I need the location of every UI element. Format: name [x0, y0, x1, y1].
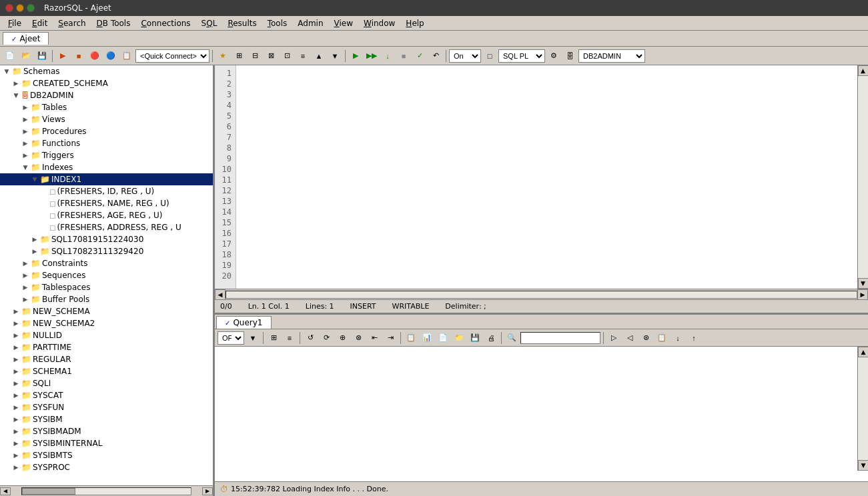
tree-item-new-schema[interactable]: ▶ 📁 NEW_SCHEMA	[0, 305, 213, 317]
run-down-button[interactable]: ↓	[380, 49, 395, 63]
tree-item-views[interactable]: ▶ 📁 Views	[0, 113, 213, 125]
vscroll-down-arrow[interactable]: ▼	[858, 278, 869, 289]
results-tb-btn13[interactable]: 💾	[468, 331, 482, 345]
tree-item-bufferpools[interactable]: ▶ 📁 Buffer Pools	[0, 293, 213, 305]
connect-button[interactable]: ▶	[55, 49, 70, 63]
tb-db-btn[interactable]: 🗄	[562, 49, 577, 63]
results-off-select[interactable]: OFF	[218, 331, 244, 345]
back-button[interactable]: ↶	[428, 49, 443, 63]
tb-sql-1[interactable]: ★	[215, 49, 230, 63]
menu-admin[interactable]: Admin	[292, 17, 328, 29]
results-tab-query1[interactable]: ✓ Query1	[216, 316, 272, 329]
tree-horizontal-scrollbar[interactable]: ◀ ▶	[0, 485, 213, 496]
menu-search[interactable]: Search	[53, 17, 91, 29]
mode-select[interactable]: On	[449, 49, 481, 63]
minimize-button[interactable]	[16, 4, 24, 12]
results-tb-btn6[interactable]: ⊗	[351, 331, 366, 345]
run-all-button[interactable]: ▶▶	[364, 49, 379, 63]
hscroll-left-arrow[interactable]: ◀	[0, 487, 11, 495]
tb-sql-2[interactable]: ⊞	[232, 49, 246, 63]
tree-item-db2admin[interactable]: ▼ 🗄 DB2ADMIN	[0, 89, 213, 101]
tree-item-idx-row-4[interactable]: □ (FRESHERS, ADDRESS, REG , U	[0, 221, 213, 233]
tree-item-sql1[interactable]: ▶ 📁 SQL170819151224030	[0, 233, 213, 245]
stop-button[interactable]: ■	[396, 49, 411, 63]
tree-item-sysproc[interactable]: ▶ 📁 SYSPROC	[0, 461, 213, 473]
menu-sql[interactable]: SQL	[196, 17, 223, 29]
tree-item-new-schema2[interactable]: ▶ 📁 NEW_SCHEMA2	[0, 317, 213, 329]
editor-hscroll-left[interactable]: ◀	[215, 289, 226, 300]
tree-item-schema1[interactable]: ▶ 📁 SCHEMA1	[0, 365, 213, 377]
tree-item-idx-row-1[interactable]: □ (FRESHERS, ID, REG , U)	[0, 185, 213, 197]
menu-help[interactable]: Help	[400, 17, 429, 29]
tb-sql-7[interactable]: ▲	[312, 49, 326, 63]
close-button[interactable]	[5, 4, 13, 12]
results-tb-btn11[interactable]: 📄	[436, 331, 450, 345]
tree-item-sql2[interactable]: ▶ 📁 SQL170823111329420	[0, 245, 213, 257]
results-tb-filter[interactable]: 🔍	[504, 331, 519, 345]
tb-sql-8[interactable]: ▼	[328, 49, 342, 63]
editor-vertical-scrollbar[interactable]: ▲ ▼	[857, 65, 868, 289]
results-dropdown-btn[interactable]: ▼	[246, 331, 260, 345]
results-tb-btn5[interactable]: ⊕	[335, 331, 350, 345]
tree-item-constraints[interactable]: ▶ 📁 Constraints	[0, 257, 213, 269]
tree-item-functions[interactable]: ▶ 📁 Functions	[0, 137, 213, 149]
tb-sql-4[interactable]: ⊠	[264, 49, 278, 63]
disconnect-button[interactable]: ■	[71, 49, 86, 63]
menu-connections[interactable]: Connections	[135, 17, 195, 29]
maximize-button[interactable]	[27, 4, 35, 12]
results-tb-nav1[interactable]: ▷	[606, 331, 621, 345]
results-tb-btn9[interactable]: 📋	[404, 331, 418, 345]
tree-item-sequences[interactable]: ▶ 📁 Sequences	[0, 269, 213, 281]
tree-item-sysibmts[interactable]: ▶ 📁 SYSIBMTS	[0, 449, 213, 461]
tree-item-index1[interactable]: ▼ 📁 INDEX1	[0, 173, 213, 185]
tree-item-idx-row-2[interactable]: □ (FRESHERS, NAME, REG , U)	[0, 197, 213, 209]
results-tb-btn1[interactable]: ⊞	[266, 331, 281, 345]
tree-item-procedures[interactable]: ▶ 📁 Procedures	[0, 125, 213, 137]
menu-view[interactable]: View	[329, 17, 358, 29]
results-tb-btn3[interactable]: ↺	[303, 331, 318, 345]
tree-item-sysibm[interactable]: ▶ 📁 SYSIBM	[0, 413, 213, 425]
run-button[interactable]: ▶	[348, 49, 363, 63]
results-search-input[interactable]	[520, 332, 600, 344]
menu-tools[interactable]: Tools	[262, 17, 293, 29]
tb-sql-6[interactable]: ≡	[296, 49, 310, 63]
results-tb-nav2[interactable]: ◁	[622, 331, 637, 345]
results-tb-btn12[interactable]: 📁	[452, 331, 466, 345]
menu-results[interactable]: Results	[222, 17, 262, 29]
tb-mode-btn[interactable]: □	[482, 49, 497, 63]
results-tb-nav4[interactable]: 📋	[655, 331, 669, 345]
results-tb-btn4[interactable]: ⟳	[319, 331, 334, 345]
editor-content-area[interactable]	[236, 65, 857, 289]
tree-item-idx-row-3[interactable]: □ (FRESHERS, AGE, REG , U)	[0, 209, 213, 221]
editor-horizontal-scrollbar[interactable]: ◀ ▶	[215, 289, 868, 299]
results-vscroll[interactable]: ▲ ▼	[857, 347, 868, 471]
tree-item-indexes[interactable]: ▼ 📁 Indexes	[0, 161, 213, 173]
results-tb-btn14[interactable]: 🖨	[484, 331, 498, 345]
tb-sql-3[interactable]: ⊟	[248, 49, 262, 63]
tree-item-created-schema[interactable]: ▶ 📁 CREATED_SCHEMA	[0, 77, 213, 89]
results-vscroll-down[interactable]: ▼	[858, 460, 868, 471]
sql-type-select[interactable]: SQL PL	[498, 49, 545, 63]
tree-item-sysfun[interactable]: ▶ 📁 SYSFUN	[0, 401, 213, 413]
tree-item-sysibminternal[interactable]: ▶ 📁 SYSIBMINTERNAL	[0, 437, 213, 449]
menu-dbtools[interactable]: DB Tools	[91, 17, 136, 29]
new-file-button[interactable]: 📄	[3, 49, 17, 63]
tb-type-btn[interactable]: ⚙	[546, 49, 561, 63]
tree-item-sysibmadm[interactable]: ▶ 📁 SYSIBMADM	[0, 425, 213, 437]
hscroll-right-arrow[interactable]: ▶	[202, 487, 213, 495]
results-tb-btn7[interactable]: ⇤	[367, 331, 382, 345]
hscroll-track[interactable]	[21, 487, 191, 495]
save-button[interactable]: 💾	[35, 49, 49, 63]
open-button[interactable]: 📂	[19, 49, 33, 63]
schema-select[interactable]: DB2ADMIN	[578, 49, 645, 63]
check-button[interactable]: ✓	[412, 49, 427, 63]
tree-item-parttime[interactable]: ▶ 📁 PARTTIME	[0, 341, 213, 353]
tree-item-tablespaces[interactable]: ▶ 📁 Tablespaces	[0, 281, 213, 293]
results-tb-btn10[interactable]: 📊	[420, 331, 434, 345]
connection-tab-ajeet[interactable]: ✓ Ajeet	[3, 32, 49, 45]
menu-edit[interactable]: Edit	[27, 17, 53, 29]
results-tb-nav6[interactable]: ↑	[687, 331, 701, 345]
results-tb-nav3[interactable]: ⊛	[638, 331, 653, 345]
results-vscroll-up[interactable]: ▲	[858, 347, 868, 357]
hscroll-thumb[interactable]	[22, 488, 75, 495]
